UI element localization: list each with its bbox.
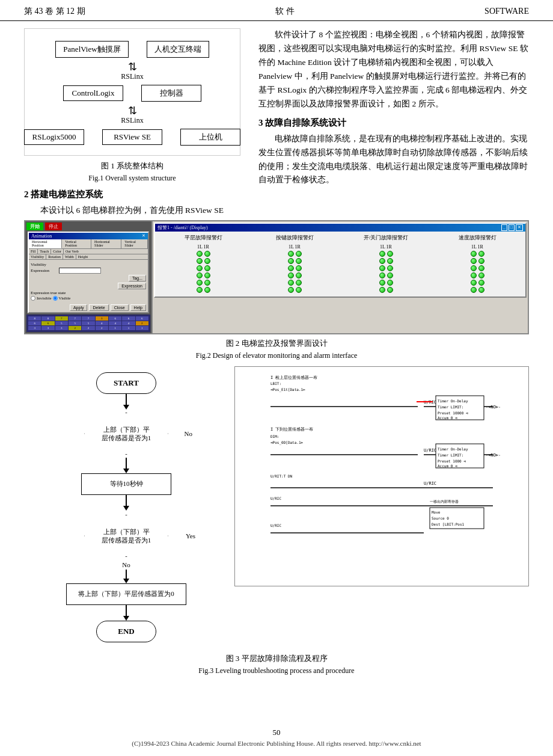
help-button[interactable]: Help: [130, 304, 146, 311]
anim-close-buttons[interactable]: ✕: [142, 233, 145, 239]
sub-tab-width[interactable]: Width: [63, 254, 76, 259]
anim-action-buttons: Apply Delete Close Help: [29, 303, 148, 312]
system-diagram: PanelView触摸屏 人机交互终端 ⇅ RSLinx ControlLogi…: [24, 28, 240, 156]
expression-button[interactable]: Expression: [118, 283, 146, 289]
anim-tabs: Horizontal Position Vertical Position Ho…: [29, 239, 148, 249]
flowchart-diagram: START 上部（下部）平层传感器是否为1 No 等待10秒钟: [24, 366, 228, 648]
anim-tab-horiz-pos[interactable]: Horizontal Position: [29, 239, 62, 248]
tag-button[interactable]: Tag...: [129, 275, 146, 281]
svg-text:U/RIC: U/RIC: [270, 496, 281, 500]
visible-label: Visible: [59, 296, 71, 301]
expression-label: Expression: [31, 268, 58, 273]
elev-cell: 4: [122, 321, 135, 325]
light-green: [288, 280, 294, 286]
box-hmi: 人机交互终端: [147, 41, 209, 58]
ladder-svg: I 检上层位置传感器一布 LBIT: ⊲Pos_E1t[Data.1⊳ U/RI…: [239, 370, 525, 581]
start-button[interactable]: 开始: [26, 223, 43, 230]
alarm-title-bar: 报警1 - /dianti// (Display) _ □ ✕: [155, 224, 525, 232]
sub-tab-color[interactable]: Color: [51, 249, 64, 254]
alarm-light-group-16: [432, 272, 523, 278]
line-4: [126, 570, 127, 579]
svg-text:U/RIT:T DN: U/RIT:T DN: [270, 474, 293, 478]
svg-text:⊲Pos_E1t[Data.1⊳: ⊲Pos_E1t[Data.1⊳: [270, 387, 305, 392]
expression-input[interactable]: [59, 268, 101, 274]
light-green: [387, 287, 393, 293]
anim-tab-vert-pos[interactable]: Vertical Position: [62, 239, 91, 248]
light-green: [387, 258, 393, 264]
alarm-lights-row-4: [157, 272, 523, 278]
sub-tab-outverb[interactable]: Out Verb: [64, 249, 81, 254]
page-footer: 50 (C)1994-2023 China Academic Journal E…: [0, 728, 553, 747]
alarm-close[interactable]: ✕: [516, 224, 523, 231]
delete-button[interactable]: Delete: [89, 304, 108, 311]
invisible-radio[interactable]: [31, 296, 35, 301]
header-section: SOFTWARE: [484, 7, 529, 16]
svg-text:Source    0: Source 0: [432, 516, 449, 520]
light-green: [288, 258, 294, 264]
anim-tab-vert-slider[interactable]: Vertical Slider: [121, 239, 148, 248]
box-rsview: RSView SE: [102, 129, 162, 145]
sub-tab-touch[interactable]: Touch: [38, 249, 51, 254]
elev-cell: 6: [109, 316, 121, 321]
alarm-light-group-17: [157, 280, 249, 286]
elev-cell: 2: [96, 326, 108, 330]
svg-text:-⊲NO⊳-: -⊲NO⊳-: [486, 405, 501, 410]
arrow-rslinx1: ⇅ RSLinx: [31, 61, 234, 81]
alarm-title-text: 报警1 - /dianti// (Display): [157, 224, 208, 231]
svg-text:U/RIC: U/RIC: [424, 448, 436, 453]
light-green: [296, 272, 302, 278]
sub-tab-height[interactable]: Height: [76, 254, 90, 259]
elev-cell: 4: [109, 321, 121, 325]
alarm-light-group-23: [340, 287, 432, 293]
light-green: [204, 265, 210, 271]
apply-button[interactable]: Apply: [70, 304, 88, 311]
box-rslogix: RSLogix5000: [24, 129, 84, 145]
line-2: [126, 458, 127, 469]
svg-text:DIM:: DIM:: [270, 434, 279, 438]
elev-cell-yellow: 2: [69, 326, 81, 330]
svg-text:I 检上层位置传感器一布: I 检上层位置传感器一布: [270, 375, 317, 380]
svg-text:Accum    0     ⊲: Accum 0 ⊲: [438, 416, 457, 420]
fc-container: START 上部（下部）平层传感器是否为1 No 等待10秒钟: [24, 366, 228, 648]
light-green: [478, 258, 484, 264]
light-green: [387, 251, 393, 257]
anim-tab-horiz-slider[interactable]: Horizontal Slider: [91, 239, 121, 248]
stop-button[interactable]: 停止: [45, 223, 62, 230]
arrowhead-1: [123, 405, 129, 410]
svg-text:-⊲NO⊳-: -⊲NO⊳-: [486, 453, 501, 458]
elev-cell-yellow: 6: [41, 321, 54, 325]
arrowhead-2: [123, 469, 129, 473]
alarm-sub-2: 1L 1R: [249, 244, 340, 250]
light-green: [204, 258, 210, 264]
sub-tab-fill[interactable]: Fill: [29, 249, 38, 254]
svg-text:Timer    LIMIT:: Timer LIMIT:: [438, 453, 463, 457]
alarm-lights-row-1: [157, 251, 523, 257]
page-number: 50: [0, 728, 553, 737]
alarm-light-group-14: [249, 272, 340, 278]
alarm-light-group-1: [157, 251, 249, 257]
alarm-dialog: 报警1 - /dianti// (Display) _ □ ✕ 平层故障报警灯 …: [154, 223, 527, 298]
ladder-diagram-area: I 检上层位置传感器一布 LBIT: ⊲Pos_E1t[Data.1⊳ U/RI…: [234, 366, 529, 648]
svg-text:Dest  [LBIT:Pos1: Dest [LBIT:Pos1: [432, 522, 465, 526]
box-panelview: PanelView触摸屏: [55, 41, 128, 58]
sub-tab-rotation[interactable]: Rotation: [46, 254, 63, 259]
alarm-maximize[interactable]: □: [509, 224, 515, 231]
alarm-col-headers: 平层故障报警灯 按键故障报警灯 开/关门故障报警灯 速度故障报警灯: [157, 234, 523, 242]
main-content: PanelView触摸屏 人机交互终端 ⇅ RSLinx ControlLogi…: [0, 21, 553, 218]
fig2-caption-en: Fig.2 Design of elevator monitoring and …: [24, 351, 529, 360]
alarm-light-group-6: [249, 258, 340, 264]
close-button[interactable]: Close: [111, 304, 129, 311]
double-arrow-icon-2: ⇅: [128, 105, 137, 116]
fig1-caption: 图 1 系统整体结构: [24, 161, 240, 171]
fc-start: START: [96, 372, 156, 394]
light-green: [197, 258, 203, 264]
light-green: [204, 272, 210, 278]
visibility-label: Visibility: [31, 262, 58, 267]
light-green: [296, 287, 302, 293]
sub-tab-visibility[interactable]: Visibility: [29, 254, 46, 259]
visible-radio[interactable]: [53, 296, 58, 301]
right-para2: 电梯故障自排除系统，是在现有的电梯控制程序基础上改进的。实现发生位置传感器损坏等…: [258, 132, 529, 188]
elev-cell: 2: [82, 326, 94, 330]
light-green: [288, 272, 294, 278]
alarm-minimize[interactable]: _: [501, 224, 507, 231]
